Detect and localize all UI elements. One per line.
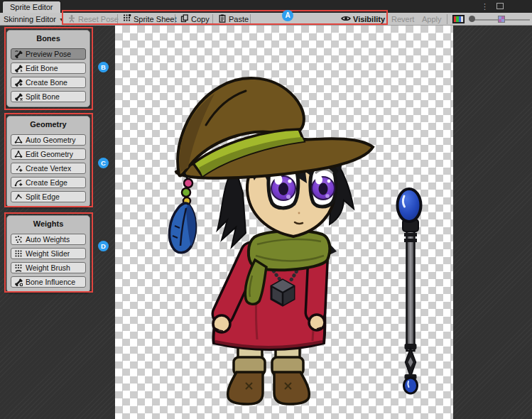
character-figure bbox=[170, 78, 373, 404]
annotation-badge-a: A bbox=[282, 10, 293, 21]
annotation-badge-c: C bbox=[98, 158, 109, 168]
panel-button-label: Edit Bone bbox=[26, 64, 58, 72]
dropdown-label: Skinning Editor bbox=[4, 15, 56, 23]
weights-panel: WeightsAuto WeightsWeight SliderWeight B… bbox=[6, 215, 90, 293]
panel-button-split-bone[interactable]: Split Bone bbox=[11, 91, 86, 102]
sprite-sheet-button[interactable]: Sprite Sheet bbox=[123, 13, 177, 26]
title-bar: Sprite Editor ⋮ bbox=[0, 0, 532, 13]
annotation-badge-b: B bbox=[98, 62, 109, 72]
panel-button-create-vertex[interactable]: Create Vertex bbox=[11, 163, 86, 174]
panel-button-label: Create Bone bbox=[26, 78, 67, 87]
panel-button-label: Create Edge bbox=[26, 178, 67, 187]
edit-geometry-icon bbox=[14, 150, 23, 158]
weight-brush-icon bbox=[14, 263, 23, 272]
tab-sprite-editor[interactable]: Sprite Editor bbox=[2, 1, 61, 13]
panel-button-label: Bone Influence bbox=[26, 278, 75, 286]
panel-button-label: Auto Geometry bbox=[26, 136, 76, 144]
annotation-badge-d: D bbox=[98, 241, 109, 251]
panel-button-label: Split Edge bbox=[26, 192, 60, 201]
panel-button-create-bone[interactable]: Create Bone bbox=[11, 77, 86, 88]
create-edge-icon bbox=[14, 178, 23, 187]
panel-button-label: Preview Pose bbox=[26, 50, 71, 58]
skinning-editor-dropdown[interactable]: Skinning Editor ▼ bbox=[4, 13, 64, 26]
preview-pose-icon bbox=[14, 50, 23, 58]
panel-button-auto-geometry[interactable]: Auto Geometry bbox=[11, 134, 86, 146]
paste-icon bbox=[218, 14, 227, 24]
chevron-down-icon: ▼ bbox=[59, 17, 64, 22]
panel-button-weight-brush[interactable]: Weight Brush bbox=[11, 262, 86, 273]
character-sprite bbox=[115, 26, 453, 419]
panel-button-auto-weights[interactable]: Auto Weights bbox=[11, 234, 86, 245]
staff-sprite bbox=[398, 189, 421, 393]
create-vertex-icon bbox=[14, 164, 23, 173]
auto-weights-icon bbox=[14, 235, 23, 244]
zoom-slider-knob[interactable] bbox=[469, 16, 475, 22]
edit-bone-icon bbox=[14, 64, 23, 72]
panel-button-preview-pose[interactable]: Preview Pose bbox=[11, 48, 86, 60]
panel-title: Weights bbox=[33, 219, 64, 228]
pose-figure-icon bbox=[67, 14, 76, 24]
copy-icon bbox=[180, 14, 189, 24]
split-bone-icon bbox=[14, 92, 23, 101]
panel-button-label: Split Bone bbox=[26, 92, 60, 101]
reset-pose-button[interactable]: Reset Pose bbox=[67, 13, 119, 26]
panel-button-edit-geometry[interactable]: Edit Geometry bbox=[11, 148, 86, 160]
toolbar-separator bbox=[117, 14, 118, 24]
visibility-button[interactable]: Visibility bbox=[341, 13, 385, 26]
panel-button-label: Create Vertex bbox=[26, 164, 71, 173]
toolbar-separator bbox=[175, 14, 175, 24]
texture-mip-icon[interactable] bbox=[499, 16, 504, 22]
window-maximize-icon[interactable] bbox=[496, 3, 504, 9]
create-bone-icon bbox=[14, 78, 23, 87]
bones-panel: BonesPreview PoseEdit BoneCreate BoneSpl… bbox=[6, 30, 90, 107]
panel-button-weight-slider[interactable]: Weight Slider bbox=[11, 248, 86, 259]
copy-button[interactable]: Copy bbox=[180, 13, 210, 26]
panel-button-edit-bone[interactable]: Edit Bone bbox=[11, 62, 86, 74]
toolbar: Skinning Editor ▼ Reset Pose Sprite Shee… bbox=[0, 13, 532, 26]
feather-charm bbox=[170, 172, 196, 253]
rgb-color-icon[interactable] bbox=[452, 15, 465, 23]
window-menu-kebab-icon[interactable]: ⋮ bbox=[481, 1, 488, 11]
panel-button-label: Weight Brush bbox=[26, 263, 70, 272]
eye-icon bbox=[341, 14, 351, 24]
toolbar-separator bbox=[212, 14, 213, 24]
geometry-panel: GeometryAuto GeometryEdit GeometryCreate… bbox=[6, 116, 90, 207]
panel-button-split-edge[interactable]: Split Edge bbox=[11, 191, 86, 202]
paste-button[interactable]: Paste bbox=[218, 13, 249, 26]
panel-button-label: Weight Slider bbox=[26, 249, 70, 258]
panel-button-label: Auto Weights bbox=[26, 235, 70, 244]
sprite-grid-icon bbox=[123, 14, 131, 24]
panel-button-create-edge[interactable]: Create Edge bbox=[11, 177, 86, 188]
panel-title: Bones bbox=[36, 34, 60, 43]
apply-button[interactable]: Apply bbox=[422, 13, 442, 26]
revert-button[interactable]: Revert bbox=[391, 13, 414, 26]
bone-influence-icon bbox=[14, 278, 23, 286]
panel-button-bone-influence[interactable]: Bone Influence bbox=[11, 276, 86, 288]
toolbar-separator bbox=[447, 14, 447, 24]
sprite-canvas[interactable] bbox=[115, 26, 453, 419]
toolbar-separator bbox=[250, 14, 251, 24]
auto-geometry-icon bbox=[14, 136, 23, 144]
panel-title: Geometry bbox=[30, 120, 66, 129]
weight-slider-icon bbox=[14, 249, 23, 258]
cube-pendant bbox=[271, 280, 294, 305]
split-edge-icon bbox=[14, 192, 23, 201]
panel-button-label: Edit Geometry bbox=[26, 150, 73, 158]
